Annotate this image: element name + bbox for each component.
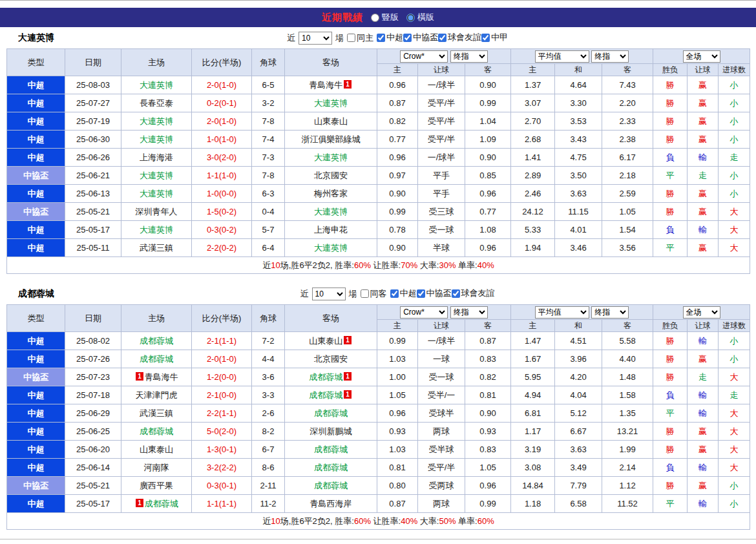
layout-vertical-label: 豎版 <box>382 12 399 23</box>
avg-away-cell: 2.38 <box>602 131 653 149</box>
summary-segment: 单率: <box>456 260 477 270</box>
result-handicap-cell: 輸 <box>688 332 719 350</box>
match-row: 中超25-05-171成都蓉城1-1(1-1)11-2青島西海岸0.87两球0.… <box>7 495 750 513</box>
col-header-goals: 进球数 <box>719 64 750 76</box>
avg-away-cell: 11.52 <box>602 495 653 513</box>
section-head: 成都蓉城 近 10 場 同客 中超中協盃球會友誼 <box>0 283 756 304</box>
score-cell: 1-3(0-1) <box>192 441 252 459</box>
result-wdl-cell: 負 <box>653 221 688 239</box>
match-row: 中超25-06-30大連英博1-0(1-0)7-4浙江俱樂部綠城0.77受平/半… <box>7 131 750 149</box>
average-select[interactable]: 平均值 <box>535 306 589 319</box>
col-header-avg-away: 客 <box>602 320 653 332</box>
layout-vertical-radio[interactable] <box>371 14 379 22</box>
score-cell: 1-5(0-2) <box>192 203 252 221</box>
near-label: 近 <box>287 32 295 44</box>
result-handicap-cell: 赢 <box>688 350 719 368</box>
result-handicap-cell: 赢 <box>688 131 719 149</box>
league-checkbox[interactable] <box>481 34 490 42</box>
col-header-home-odds: 主 <box>377 320 418 332</box>
match-date-cell: 25-05-11 <box>65 239 121 257</box>
result-goals-cell: 大 <box>719 239 750 257</box>
layout-horizontal-option[interactable]: 橫版 <box>406 12 434 23</box>
match-date-cell: 25-08-03 <box>65 76 121 94</box>
avg-draw-cell: 3.53 <box>555 112 602 131</box>
layout-horizontal-radio[interactable] <box>406 14 415 22</box>
near-count-select[interactable]: 10 <box>312 288 346 300</box>
summary-segment: 场,胜6平2负2, 胜率: <box>280 516 354 526</box>
home-odds-cell: 0.96 <box>377 149 418 167</box>
league-filter[interactable]: 球會友誼 <box>438 32 481 43</box>
away-odds-cell: 0.83 <box>465 350 511 368</box>
layout-vertical-option[interactable]: 豎版 <box>371 12 399 23</box>
fulltime-select[interactable]: 全场 <box>683 306 720 319</box>
league-filter[interactable]: 中超 <box>390 288 417 299</box>
same-venue-filter[interactable]: 同主 <box>347 32 373 44</box>
match-date-cell: 25-07-18 <box>65 386 121 404</box>
handicap-cell: 一/球半 <box>418 149 465 167</box>
avg-home-cell: 1.41 <box>511 149 555 167</box>
team-name-text: 武漢三鎮 <box>140 243 173 253</box>
away-team-cell: 山東泰山 <box>285 112 377 131</box>
team-title: 大連英博 <box>18 32 54 44</box>
final-index-select-2[interactable]: 终指 <box>591 306 629 319</box>
league-checkbox[interactable] <box>452 289 460 298</box>
league-filter[interactable]: 球會友誼 <box>452 288 495 299</box>
near-count-select[interactable]: 10 <box>299 32 332 45</box>
top-strip <box>0 0 756 8</box>
corner-cell: 11-2 <box>252 495 285 513</box>
league-type-cell: 中超 <box>7 404 65 423</box>
same-venue-checkbox[interactable] <box>347 34 355 42</box>
result-goals-cell: 大 <box>719 441 750 459</box>
league-checkbox[interactable] <box>417 289 425 298</box>
league-filter[interactable]: 中協盃 <box>417 288 452 299</box>
league-type-cell: 中超 <box>7 495 65 513</box>
avg-home-cell: 1.37 <box>511 76 555 94</box>
avg-home-cell: 2.46 <box>511 185 555 203</box>
layout-horizontal-label: 橫版 <box>417 12 434 23</box>
result-wdl-cell: 平 <box>653 167 688 185</box>
match-date-cell: 25-06-29 <box>65 404 121 423</box>
league-checkbox[interactable] <box>403 34 412 42</box>
result-handicap-cell: 輸 <box>688 495 719 513</box>
match-date-cell: 25-07-27 <box>65 94 121 112</box>
league-checkbox[interactable] <box>390 289 399 298</box>
team-name-text: 山東泰山 <box>309 336 342 346</box>
average-select[interactable]: 平均值 <box>535 50 589 63</box>
avg-away-cell: 3.56 <box>602 239 653 257</box>
final-index-select-2[interactable]: 终指 <box>591 50 629 63</box>
corner-cell: 3-3 <box>252 386 285 404</box>
away-odds-cell: 0.90 <box>465 149 511 167</box>
away-team-cell: 梅州客家 <box>285 185 377 203</box>
home-team-cell: 1成都蓉城 <box>121 495 192 513</box>
same-venue-label: 同主 <box>357 32 373 44</box>
away-odds-cell: 0.96 <box>465 477 511 495</box>
summary-segment: 大率: <box>417 260 439 270</box>
result-goals-cell: 大 <box>719 203 750 221</box>
league-checkbox[interactable] <box>438 34 446 42</box>
league-type-cell: 中協盃 <box>7 203 65 221</box>
same-venue-filter[interactable]: 同客 <box>361 288 387 300</box>
bookmaker-select[interactable]: Crow* <box>400 50 448 63</box>
league-filter[interactable]: 中協盃 <box>403 32 438 43</box>
fulltime-select[interactable]: 全场 <box>683 50 720 63</box>
league-filter[interactable]: 中超 <box>377 32 403 43</box>
same-venue-checkbox[interactable] <box>361 289 369 298</box>
result-goals-cell: 小 <box>719 131 750 149</box>
final-index-select-1[interactable]: 终指 <box>450 306 488 319</box>
home-odds-cell: 0.97 <box>377 167 418 185</box>
col-header-avg-away: 客 <box>602 64 653 76</box>
bookmaker-select[interactable]: Crow* <box>400 306 448 319</box>
league-type-cell: 中協盃 <box>7 368 65 386</box>
league-checkbox[interactable] <box>377 34 385 42</box>
team-name-text: 上海申花 <box>314 225 348 235</box>
handicap-cell: 一/球半 <box>418 76 465 94</box>
away-team-cell: 北京國安 <box>285 167 377 185</box>
score-cell: 0-3(0-2) <box>192 221 252 239</box>
home-team-cell: 成都蓉城 <box>121 423 192 441</box>
league-filter[interactable]: 中甲 <box>481 32 508 43</box>
final-index-select-1[interactable]: 终指 <box>450 50 488 63</box>
team-name-text: 大連英博 <box>140 225 173 235</box>
away-team-cell: 成都蓉城1 <box>285 386 377 404</box>
result-goals-cell: 大 <box>719 368 750 386</box>
col-header-home: 主场 <box>121 49 192 76</box>
